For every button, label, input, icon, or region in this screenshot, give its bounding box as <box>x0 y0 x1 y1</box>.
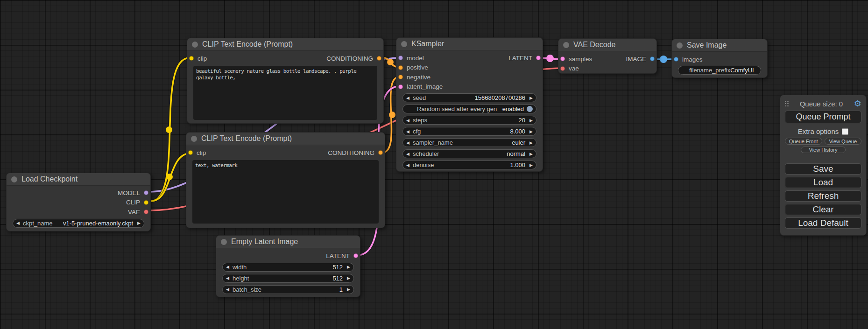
node-title-bar[interactable]: CLIP Text Encode (Prompt) <box>187 38 383 51</box>
drag-handle-icon[interactable] <box>785 101 789 107</box>
widget-height[interactable]: ◀ height 512 ▶ <box>222 274 354 283</box>
slot-dot[interactable] <box>560 66 565 71</box>
left-arrow-icon[interactable]: ◀ <box>226 276 229 280</box>
widget-filename-prefix[interactable]: filename_prefix ComfyUI <box>678 66 761 75</box>
slot-dot[interactable] <box>674 57 678 62</box>
node-clip-text-encode-negative[interactable]: CLIP Text Encode (Prompt) clip CONDITION… <box>186 132 385 228</box>
right-arrow-icon[interactable]: ▶ <box>529 129 533 134</box>
prompt-textarea[interactable]: text, watermark <box>192 160 379 224</box>
collapse-dot-icon[interactable] <box>192 42 198 48</box>
view-queue-button[interactable]: View Queue <box>825 138 862 145</box>
load-default-button[interactable]: Load Default <box>785 217 861 229</box>
slot-dot[interactable] <box>398 65 403 70</box>
widget-scheduler[interactable]: ◀ scheduler normal ▶ <box>402 149 536 158</box>
node-title-bar[interactable]: VAE Decode <box>558 39 656 51</box>
slot-dot[interactable] <box>378 150 383 155</box>
widget-random-seed-toggle[interactable]: Random seed after every gen enabled <box>402 105 536 113</box>
slot-dot[interactable] <box>189 56 194 61</box>
right-arrow-icon[interactable]: ▶ <box>529 96 533 100</box>
left-arrow-icon[interactable]: ◀ <box>406 129 409 134</box>
widget-batch-size[interactable]: ◀ batch_size 1 ▶ <box>222 285 354 294</box>
left-arrow-icon[interactable]: ◀ <box>16 221 20 225</box>
slot-dot[interactable] <box>398 84 403 89</box>
node-vae-decode[interactable]: VAE Decode IMAGE samples vae <box>558 38 657 74</box>
node-title-bar[interactable]: KSampler <box>396 38 543 50</box>
slot-dot[interactable] <box>560 56 565 61</box>
collapse-dot-icon[interactable] <box>563 42 569 48</box>
widget-seed[interactable]: ◀ seed 156680208700286 ▶ <box>402 93 536 102</box>
collapse-dot-icon[interactable] <box>401 41 407 47</box>
slot-dot[interactable] <box>144 200 148 205</box>
collapse-dot-icon[interactable] <box>11 176 17 182</box>
output-slot-latent[interactable]: LATENT <box>482 53 543 63</box>
right-arrow-icon[interactable]: ▶ <box>529 118 533 123</box>
left-arrow-icon[interactable]: ◀ <box>406 140 409 145</box>
input-slot-clip[interactable]: clip <box>188 149 206 156</box>
node-title-bar[interactable]: Empty Latent Image <box>216 236 360 248</box>
output-slot-clip[interactable]: CLIP <box>7 198 150 208</box>
input-slot-positive[interactable]: positive <box>396 63 543 73</box>
right-arrow-icon[interactable]: ▶ <box>347 276 350 280</box>
slot-dot[interactable] <box>188 150 193 155</box>
input-slot-negative[interactable]: negative <box>396 72 543 82</box>
clear-button[interactable]: Clear <box>785 204 861 215</box>
node-empty-latent-image[interactable]: Empty Latent Image LATENT ◀ width 512 ▶ … <box>216 235 360 297</box>
widget-sampler-name[interactable]: ◀ sampler_name euler ▶ <box>402 138 536 147</box>
view-history-button[interactable]: View History <box>801 147 846 153</box>
collapse-dot-icon[interactable] <box>677 42 683 49</box>
node-title-bar[interactable]: Load Checkpoint <box>7 173 150 186</box>
slot-dot[interactable] <box>650 56 655 61</box>
right-arrow-icon[interactable]: ▶ <box>529 163 533 168</box>
node-ksampler[interactable]: KSampler LATENT model positive negative … <box>396 37 543 172</box>
slot-dot[interactable] <box>144 190 148 195</box>
widget-steps[interactable]: ◀ steps 20 ▶ <box>402 116 536 125</box>
right-arrow-icon[interactable]: ▶ <box>137 221 141 225</box>
queue-front-button[interactable]: Queue Front <box>785 138 822 145</box>
widget-cfg[interactable]: ◀ cfg 8.000 ▶ <box>402 127 536 136</box>
right-arrow-icon[interactable]: ▶ <box>529 152 533 156</box>
toggle-icon[interactable] <box>527 106 533 112</box>
widget-width[interactable]: ◀ width 512 ▶ <box>222 263 354 272</box>
node-clip-text-encode-positive[interactable]: CLIP Text Encode (Prompt) clip CONDITION… <box>187 38 384 124</box>
widget-denoise[interactable]: ◀ denoise 1.000 ▶ <box>402 161 536 169</box>
output-slot-latent[interactable]: LATENT <box>216 251 360 261</box>
node-title-bar[interactable]: Save Image <box>672 39 767 52</box>
output-slot-conditioning[interactable]: CONDITIONING <box>328 149 383 156</box>
input-slot-images[interactable]: images <box>672 55 767 64</box>
slot-dot[interactable] <box>353 253 358 258</box>
left-arrow-icon[interactable]: ◀ <box>226 265 229 269</box>
node-title-bar[interactable]: CLIP Text Encode (Prompt) <box>186 133 385 145</box>
prompt-textarea[interactable]: beautiful scenery nature glass bottle la… <box>193 66 377 120</box>
output-slot-vae[interactable]: VAE <box>7 207 150 217</box>
collapse-dot-icon[interactable] <box>191 136 197 142</box>
slot-dot[interactable] <box>536 56 541 60</box>
slot-dot[interactable] <box>398 75 403 79</box>
right-arrow-icon[interactable]: ▶ <box>529 140 533 145</box>
slot-dot[interactable] <box>144 210 148 214</box>
left-arrow-icon[interactable]: ◀ <box>406 96 409 100</box>
input-slot-latent-image[interactable]: latent_image <box>396 82 543 92</box>
gear-icon[interactable]: ⚙ <box>854 99 861 108</box>
widget-ckpt-name[interactable]: ◀ ckpt_name v1-5-pruned-emaonly.ckpt ▶ <box>13 219 144 228</box>
left-arrow-icon[interactable]: ◀ <box>226 287 229 292</box>
right-arrow-icon[interactable]: ▶ <box>347 265 350 269</box>
refresh-button[interactable]: Refresh <box>785 190 861 202</box>
node-load-checkpoint[interactable]: Load Checkpoint MODEL CLIP VAE ◀ ckpt_na… <box>6 173 151 231</box>
output-slot-conditioning[interactable]: CONDITIONING <box>326 55 381 62</box>
input-slot-vae[interactable]: vae <box>558 64 656 74</box>
collapse-dot-icon[interactable] <box>221 239 227 245</box>
left-arrow-icon[interactable]: ◀ <box>406 163 409 168</box>
output-slot-model[interactable]: MODEL <box>7 188 150 198</box>
extra-options-checkbox[interactable] <box>842 128 848 135</box>
right-arrow-icon[interactable]: ▶ <box>347 287 350 292</box>
left-arrow-icon[interactable]: ◀ <box>406 152 409 156</box>
slot-dot[interactable] <box>377 56 381 61</box>
save-button[interactable]: Save <box>785 163 861 175</box>
load-button[interactable]: Load <box>785 177 861 188</box>
queue-prompt-button[interactable]: Queue Prompt <box>785 111 861 123</box>
slot-dot[interactable] <box>398 56 403 60</box>
node-save-image[interactable]: Save Image images filename_prefix ComfyU… <box>671 39 768 78</box>
input-slot-clip[interactable]: clip <box>189 55 207 62</box>
left-arrow-icon[interactable]: ◀ <box>406 118 409 123</box>
node-graph-canvas[interactable]: Load Checkpoint MODEL CLIP VAE ◀ ckpt_na… <box>0 0 868 329</box>
